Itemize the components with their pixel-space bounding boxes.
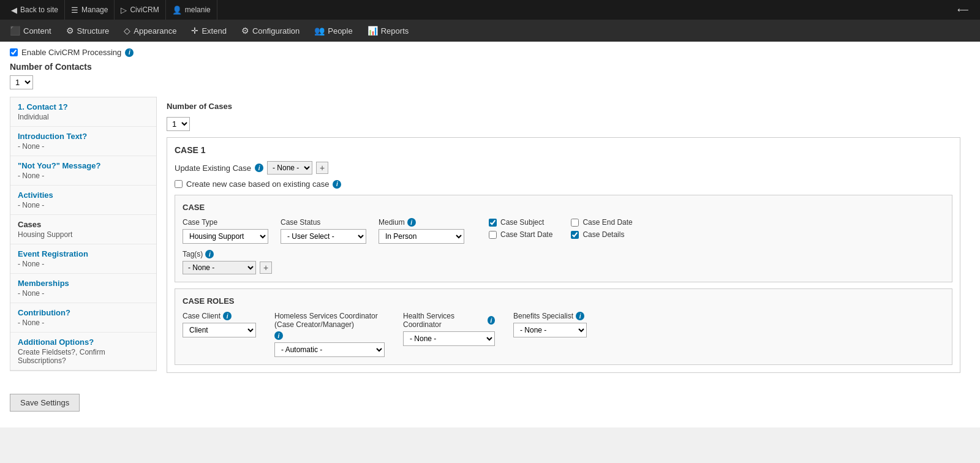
update-existing-info-icon[interactable]: i	[255, 164, 263, 172]
sidebar-item-contact[interactable]: 1. Contact 1? Individual	[10, 97, 156, 127]
right-main: Number of Cases 1 2 3 CASE 1 Update Exis…	[157, 97, 970, 384]
people-icon: 👥	[314, 26, 325, 36]
health-coordinator-role: Health Services Coordinator i - None -	[403, 312, 495, 346]
extend-icon: ✛	[191, 26, 198, 36]
sidebar-item-cases[interactable]: Cases Housing Support	[10, 215, 156, 244]
tags-info-icon[interactable]: i	[205, 250, 214, 258]
case-inner-box: CASE Case Type Housing Support Other Cas…	[175, 195, 952, 282]
case-client-select[interactable]: Client - None -	[183, 323, 256, 337]
appearance-icon: ◇	[124, 26, 130, 36]
update-existing-select[interactable]: - None -	[267, 161, 312, 175]
sidebar-contribution-value: - None -	[18, 318, 149, 327]
medium-info-icon[interactable]: i	[407, 218, 416, 227]
number-of-cases-label: Number of Cases	[167, 102, 232, 111]
health-coordinator-info-icon[interactable]: i	[488, 316, 495, 325]
sidebar-cases-value: Housing Support	[18, 230, 149, 239]
collapse-button[interactable]: ⟵	[951, 6, 975, 15]
case-end-date-label: Case End Date	[582, 218, 632, 227]
sidebar-event-title[interactable]: Event Registration	[18, 249, 149, 258]
enable-civicrm-checkbox[interactable]	[10, 48, 18, 56]
nav-content[interactable]: ⬛ Content	[2, 20, 59, 42]
benefits-specialist-select[interactable]: - None -	[513, 323, 587, 337]
sidebar-item-memberships[interactable]: Memberships - None -	[10, 274, 156, 303]
sidebar-memberships-title[interactable]: Memberships	[18, 279, 149, 288]
number-of-contacts-select[interactable]: 1 2 3 4	[10, 75, 33, 89]
case-fields-row: Case Type Housing Support Other Case Sta…	[183, 218, 944, 244]
sidebar-cases-title: Cases	[18, 220, 149, 229]
nav-reports[interactable]: 📊 Reports	[360, 20, 417, 42]
medium-select[interactable]: In Person Phone Email	[379, 229, 464, 244]
sidebar-item-intro[interactable]: Introduction Text? - None -	[10, 127, 156, 156]
sidebar-intro-value: - None -	[18, 142, 149, 151]
sidebar-notyou-value: - None -	[18, 171, 149, 180]
sidebar-item-contribution[interactable]: Contribution? - None -	[10, 303, 156, 333]
nav-people[interactable]: 👥 People	[307, 20, 360, 42]
case-start-date-checkbox[interactable]	[489, 231, 497, 239]
configuration-icon: ⚙	[241, 26, 249, 36]
sidebar-activities-title[interactable]: Activities	[18, 190, 149, 200]
enable-civicrm-info-icon[interactable]: i	[125, 48, 134, 57]
case-checkboxes-group: Case Subject Case Start Date	[489, 218, 552, 239]
save-settings-button[interactable]: Save Settings	[10, 394, 80, 412]
number-of-cases-row: Number of Cases	[167, 102, 960, 111]
sidebar-notyou-title[interactable]: "Not You?" Message?	[18, 161, 149, 170]
create-new-info-icon[interactable]: i	[333, 180, 341, 189]
tags-select[interactable]: - None -	[183, 261, 256, 274]
manage-menu[interactable]: ☰ Manage	[65, 0, 115, 20]
two-col-layout: 1. Contact 1? Individual Introduction Te…	[10, 97, 970, 384]
sidebar-item-activities[interactable]: Activities - None -	[10, 186, 156, 215]
nav-appearance[interactable]: ◇ Appearance	[116, 20, 184, 42]
drupal-nav: ⬛ Content ⚙ Structure ◇ Appearance ✛ Ext…	[0, 20, 980, 42]
case-client-label: Case Client i	[183, 312, 256, 320]
nav-configuration[interactable]: ⚙ Configuration	[234, 20, 307, 42]
case-client-info-icon[interactable]: i	[223, 312, 232, 320]
roles-row: Case Client i Client - None - Homeless S…	[183, 312, 944, 357]
create-new-row: Create new case based on existing case i	[175, 179, 952, 189]
sidebar-intro-title[interactable]: Introduction Text?	[18, 132, 149, 141]
case-details-checkbox-item: Case Details	[571, 230, 632, 239]
case-status-select[interactable]: - User Select - Open Closed	[281, 229, 366, 244]
admin-bar: ◀ Back to site ☰ Manage ▷ CiviCRM 👤 mela…	[0, 0, 980, 20]
civicrm-menu[interactable]: ▷ CiviCRM	[115, 0, 165, 20]
case-subject-checkbox[interactable]	[489, 219, 497, 227]
nav-extend[interactable]: ✛ Extend	[184, 20, 233, 42]
reports-icon: 📊	[368, 26, 378, 36]
sidebar-additional-title[interactable]: Additional Options?	[18, 337, 149, 347]
main-content: Enable CiviCRM Processing i Number of Co…	[0, 42, 980, 427]
sidebar-memberships-value: - None -	[18, 289, 149, 298]
menu-icon: ☰	[71, 6, 78, 15]
sidebar-contact-title[interactable]: 1. Contact 1?	[18, 102, 149, 111]
sidebar-item-event[interactable]: Event Registration - None -	[10, 244, 156, 274]
back-to-site-button[interactable]: ◀ Back to site	[5, 0, 65, 20]
update-existing-add-button[interactable]: +	[316, 162, 328, 174]
case-subject-label: Case Subject	[500, 218, 544, 227]
health-coordinator-select[interactable]: - None -	[403, 331, 495, 346]
homeless-coordinator-label: Homeless Services Coordinator (Case Crea…	[274, 312, 385, 340]
homeless-coordinator-select[interactable]: - Automatic - - None -	[274, 342, 385, 357]
case-type-select[interactable]: Housing Support Other	[183, 229, 268, 244]
sidebar-item-additional[interactable]: Additional Options? Create Fieldsets?, C…	[10, 333, 156, 371]
sidebar-item-notyou[interactable]: "Not You?" Message? - None -	[10, 156, 156, 186]
user-menu[interactable]: 👤 melanie	[166, 0, 217, 20]
civicrm-icon: ▷	[121, 6, 127, 15]
benefits-specialist-role: Benefits Specialist i - None -	[513, 312, 587, 337]
case-end-date-checkbox[interactable]	[571, 219, 579, 227]
case-1-section: CASE 1 Update Existing Case i - None - +…	[167, 137, 960, 373]
case-checkboxes-group2: Case End Date Case Details	[571, 218, 632, 239]
tags-row: - None - +	[183, 261, 944, 274]
enable-civicrm-row: Enable CiviCRM Processing i	[10, 48, 970, 57]
nav-structure[interactable]: ⚙ Structure	[59, 20, 117, 42]
case-type-group: Case Type Housing Support Other	[183, 218, 268, 244]
case-end-date-checkbox-item: Case End Date	[571, 218, 632, 227]
sidebar-contribution-title[interactable]: Contribution?	[18, 308, 149, 317]
structure-icon: ⚙	[66, 26, 74, 36]
tags-section: Tag(s) i - None - +	[183, 250, 944, 274]
case-details-checkbox[interactable]	[571, 231, 579, 239]
number-of-cases-select[interactable]: 1 2 3	[167, 117, 190, 131]
user-icon: 👤	[172, 6, 182, 15]
tags-add-button[interactable]: +	[260, 262, 272, 274]
health-coordinator-label: Health Services Coordinator i	[403, 312, 495, 329]
create-new-checkbox[interactable]	[175, 180, 183, 188]
benefits-specialist-info-icon[interactable]: i	[576, 312, 584, 320]
homeless-coordinator-info-icon[interactable]: i	[274, 331, 283, 340]
